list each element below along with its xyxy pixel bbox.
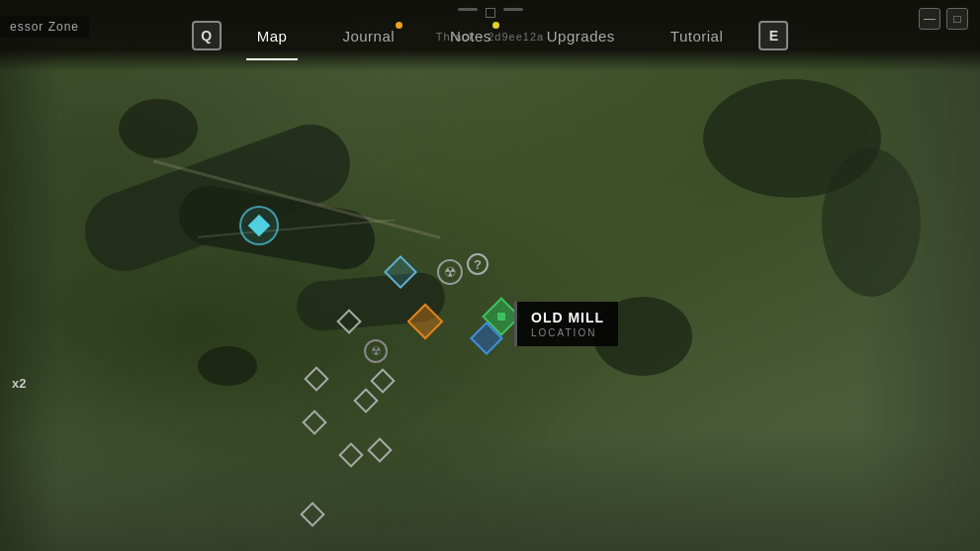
small-sq-icon [486, 8, 495, 18]
map-background [0, 0, 980, 551]
marker-white-4[interactable] [306, 413, 323, 431]
dash-icon-1 [458, 8, 478, 11]
terrain-2 [198, 346, 257, 386]
notes-dot [492, 22, 499, 29]
tab-tutorial[interactable]: Tutorial [643, 20, 751, 52]
player-marker[interactable] [239, 206, 279, 245]
player-circle [239, 206, 279, 245]
top-center-icons [458, 8, 523, 18]
radiation-icon: ☢ [371, 344, 382, 358]
terrain-3 [593, 297, 692, 376]
marker-white-5[interactable] [342, 446, 360, 464]
marker-question[interactable]: ? [467, 253, 489, 275]
nav-subtitle: Thrack - 2d9ee12a [436, 31, 544, 43]
lake-2 [822, 148, 921, 297]
skull-icon: ☢ [444, 264, 457, 280]
key-e-button[interactable]: E [758, 21, 788, 50]
marker-white-6[interactable] [371, 441, 389, 459]
terrain-1 [119, 99, 198, 158]
key-q-button[interactable]: Q [192, 21, 222, 50]
zone-label: essor Zone [0, 16, 89, 38]
marker-blue[interactable] [475, 326, 498, 350]
marker-orange[interactable] [412, 309, 438, 334]
journal-dot [396, 22, 402, 29]
maximize-button[interactable]: □ [946, 8, 968, 30]
marker-blue-diamond[interactable] [389, 260, 412, 284]
player-diamond-icon [248, 215, 271, 237]
window-controls: — □ [919, 8, 968, 30]
x2-counter: x2 [12, 376, 26, 391]
marker-white-1[interactable] [340, 313, 358, 330]
question-icon: ? [474, 257, 482, 272]
tab-journal[interactable]: Journal [314, 20, 422, 52]
marker-skull[interactable]: ☢ [437, 259, 463, 285]
marker-white-2[interactable] [374, 372, 392, 390]
marker-white-7[interactable] [304, 505, 321, 523]
marker-radiation[interactable]: ☢ [364, 339, 388, 363]
nav-inner: Q Map Journal Notes Upgrades Tutorial E … [184, 20, 797, 52]
minimize-button[interactable]: — [919, 8, 940, 30]
map-container[interactable]: ☢ ? ☢ [0, 0, 980, 551]
tab-map[interactable]: Map [229, 20, 315, 52]
marker-white-3[interactable] [357, 392, 375, 410]
dash-icon-2 [503, 8, 523, 11]
marker-white-8[interactable] [308, 370, 325, 388]
